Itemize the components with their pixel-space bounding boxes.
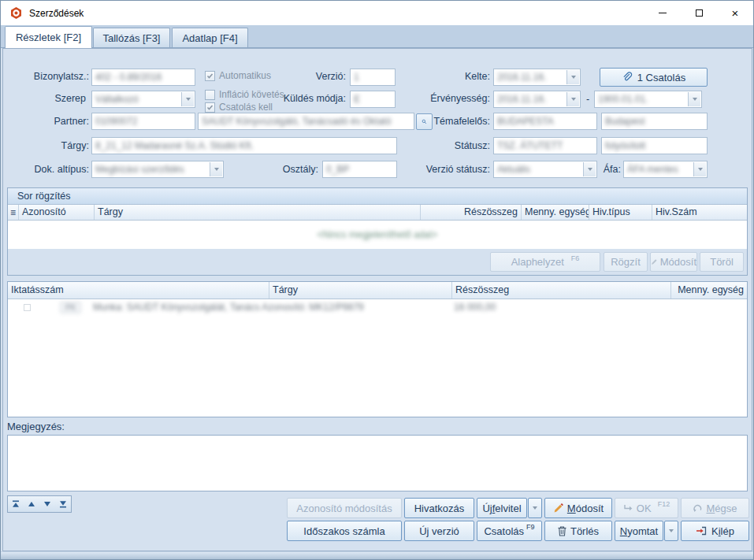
tab-reszletek[interactable]: Részletek [F2] bbox=[5, 26, 92, 48]
column-header-targy[interactable]: Tárgy bbox=[95, 205, 421, 220]
statusz-code-input[interactable]: TSZ. ÁTUTETT bbox=[493, 137, 597, 154]
bizonylatsz-input[interactable]: 402 - 0.89/2016 bbox=[91, 69, 195, 86]
verzio-statusz-label: Verzió státusz: bbox=[396, 164, 490, 175]
alaphelyzet-button[interactable]: AlaphelyzetF6 bbox=[490, 252, 600, 272]
temafelelos-name-input[interactable]: Budapest bbox=[601, 113, 708, 130]
column-header-menny-egyseg[interactable]: Menny. egység bbox=[522, 205, 589, 220]
previous-record-button[interactable] bbox=[24, 496, 39, 512]
chevron-down-icon bbox=[571, 76, 576, 79]
verzio-statusz-dropdown-button[interactable] bbox=[583, 162, 596, 176]
column-header-hiv-tipus[interactable]: Hiv.típus bbox=[589, 205, 652, 220]
ervenyesseg-from-datepicker[interactable]: 2016.11.16. bbox=[493, 91, 581, 108]
app-icon bbox=[9, 6, 23, 20]
partner-code-input[interactable]: 01090072 bbox=[91, 113, 195, 130]
partner-name-input[interactable]: SAUDT Könyvszolgáló, Tanácsadó és Oktató bbox=[198, 113, 414, 130]
verzio-statusz-select[interactable]: Aktuális bbox=[493, 161, 597, 178]
iktatas-table-header: Iktatásszám Tárgy Részösszeg Menny. egys… bbox=[8, 282, 747, 299]
osztaly-label: Osztály: bbox=[259, 164, 318, 175]
kuldes-modja-input[interactable]: E bbox=[350, 91, 396, 108]
last-record-icon bbox=[58, 500, 68, 508]
ok-button[interactable]: OKF12 bbox=[615, 498, 678, 518]
targy-input[interactable]: 8_21_12 Madarasné Sz.A. Stúdió Kft. bbox=[91, 137, 397, 154]
azonosito-modositas-button[interactable]: Azonosító módosítás bbox=[287, 498, 402, 518]
table-row[interactable]: PK Munka: SAUDT Könyvszolgálát, Tanács A… bbox=[8, 299, 747, 315]
column-header-hiv-szam[interactable]: Hiv.Szám bbox=[652, 205, 747, 220]
next-record-button[interactable] bbox=[39, 496, 55, 512]
column-header-resszosszeg[interactable]: Részösszeg bbox=[421, 205, 522, 220]
partner-search-button[interactable] bbox=[416, 113, 433, 130]
rogzit-button[interactable]: Rögzít bbox=[604, 252, 648, 272]
uj-verzio-button[interactable]: Új verzió bbox=[404, 521, 474, 541]
torles-button[interactable]: Törlés bbox=[544, 521, 612, 541]
chevron-down-icon bbox=[693, 98, 697, 101]
kelte-datepicker[interactable]: 2016.11.16. bbox=[493, 69, 581, 86]
maximize-button[interactable] bbox=[681, 1, 717, 25]
dok-altipus-dropdown-button[interactable] bbox=[210, 162, 222, 176]
attachments-button[interactable]: 1 Csatolás bbox=[600, 68, 708, 87]
chevron-down-icon bbox=[186, 98, 191, 101]
automatikus-checkbox[interactable]: Automatikus bbox=[205, 70, 271, 81]
checkbox-check-icon bbox=[205, 102, 215, 113]
nyomtat-dropdown-button[interactable] bbox=[664, 521, 678, 541]
tabstrip: Részletek [F2] Tallózás [F3] Adatlap [F4… bbox=[1, 25, 753, 48]
targy-label: Tárgy: bbox=[4, 140, 89, 151]
uj-felvitel-dropdown-button[interactable] bbox=[528, 498, 542, 518]
szerep-select[interactable]: Vállalkozó bbox=[91, 91, 195, 108]
szerep-dropdown-button[interactable] bbox=[181, 92, 194, 106]
tab-tallozas[interactable]: Tallózás [F3] bbox=[93, 28, 170, 47]
chevron-down-icon bbox=[588, 168, 592, 171]
afa-dropdown-button[interactable] bbox=[693, 162, 706, 176]
inflacio-checkbox[interactable]: Infláció követés bbox=[205, 89, 284, 100]
nyomtat-button[interactable]: Nyomtat bbox=[615, 521, 663, 541]
ervenyesseg-to-dropdown-button[interactable] bbox=[688, 92, 700, 106]
ervenyesseg-from-dropdown-button[interactable] bbox=[566, 92, 579, 106]
column-header-menny-egyseg[interactable]: Menny. egység bbox=[671, 282, 747, 299]
kelte-dropdown-button[interactable] bbox=[566, 70, 579, 84]
sor-table-header: ≡ Azonosító Tárgy Részösszeg Menny. egys… bbox=[8, 205, 747, 221]
pencil-icon bbox=[651, 258, 658, 266]
record-navigator bbox=[7, 495, 72, 513]
row-type-badge: PK bbox=[60, 302, 81, 313]
idoszakos-szamla-button[interactable]: Időszakos számla bbox=[287, 521, 402, 541]
row-resszosszeg-value: 16 000,00 bbox=[454, 302, 496, 313]
csatolas-button[interactable]: CsatolásF9 bbox=[477, 521, 542, 541]
sor-modosit-button[interactable]: Módosít bbox=[650, 252, 697, 272]
tab-adatlap[interactable]: Adatlap [F4] bbox=[172, 28, 248, 47]
column-menu-icon[interactable]: ≡ bbox=[8, 205, 19, 220]
kilep-button[interactable]: Kilép bbox=[681, 521, 749, 541]
statusz-name-input[interactable]: folyósított bbox=[601, 137, 708, 154]
window-title: Szerződések bbox=[29, 8, 84, 19]
sor-rogzites-panel: Sor rögzítés ≡ Azonosító Tárgy Részössze… bbox=[7, 187, 748, 276]
sor-table-body[interactable]: <Nincs megjeleníthető adat> bbox=[8, 221, 747, 249]
column-header-targy[interactable]: Tárgy bbox=[269, 282, 452, 299]
column-header-azonosito[interactable]: Azonosító bbox=[19, 205, 95, 220]
first-record-button[interactable] bbox=[8, 496, 24, 512]
modosit-button[interactable]: Módosít bbox=[544, 498, 612, 518]
trash-icon bbox=[558, 526, 566, 536]
dok-altipus-select[interactable]: Megbízási szerződés bbox=[91, 161, 224, 178]
minimize-button[interactable] bbox=[644, 1, 681, 25]
last-record-button[interactable] bbox=[55, 496, 71, 512]
column-header-resszosszeg[interactable]: Részösszeg bbox=[452, 282, 671, 299]
verzio-input[interactable]: 1 bbox=[350, 69, 396, 86]
ervenyesseg-label: Érvényesség: bbox=[396, 93, 490, 104]
temafelelos-code-input[interactable]: BUDAPESTA bbox=[493, 113, 597, 130]
window-controls: × bbox=[644, 1, 753, 25]
torol-button[interactable]: Töröl bbox=[700, 252, 744, 272]
csatolas-kell-checkbox[interactable]: Csatolás kell bbox=[205, 102, 273, 113]
column-header-iktatasszam[interactable]: Iktatásszám bbox=[8, 282, 269, 299]
megse-button[interactable]: Mégse bbox=[681, 498, 749, 518]
paperclip-icon bbox=[622, 72, 633, 83]
ervenyesseg-to-datepicker[interactable]: 1900.01.01. bbox=[594, 91, 702, 108]
uj-felvitel-button[interactable]: Új felvitel bbox=[477, 498, 527, 518]
afa-select[interactable]: ÁFA mentes bbox=[623, 161, 708, 178]
undo-icon bbox=[693, 504, 702, 513]
osztaly-input[interactable]: 0_BP bbox=[322, 161, 397, 178]
hivatkozas-button[interactable]: Hivatkozás bbox=[404, 498, 474, 518]
exit-icon bbox=[696, 526, 707, 536]
checkbox-check-icon bbox=[205, 90, 215, 100]
row-expand-box[interactable] bbox=[24, 304, 31, 311]
close-button[interactable]: × bbox=[717, 1, 753, 25]
megjegyzes-textarea[interactable] bbox=[7, 435, 748, 491]
iktatas-table: Iktatásszám Tárgy Részösszeg Menny. egys… bbox=[7, 281, 748, 417]
